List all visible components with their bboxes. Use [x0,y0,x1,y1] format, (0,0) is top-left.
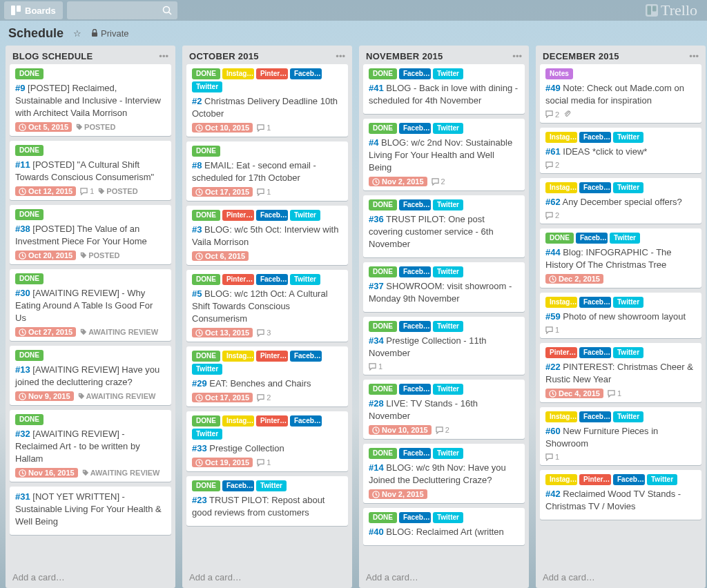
list-title[interactable]: NOVEMBER 2015 [366,51,512,61]
card-title: #11 [POSTED] "A Cultural Shift Towards C… [15,159,166,184]
label-done: DONE [192,351,220,362]
clock-icon [195,253,203,260]
list-title[interactable]: OCTOBER 2015 [189,51,336,61]
boards-button[interactable]: Boards [4,1,63,19]
tag-icon [80,252,87,259]
card[interactable]: Pinter…Faceb…Twitter#22 PINTEREST: Chris… [540,343,701,402]
card[interactable]: Instag…Pinter…Faceb…Twitter#42 Reclaimed… [540,470,701,520]
card[interactable]: DONE#8 EMAIL: Eat - second email - sched… [186,141,348,201]
add-card-button[interactable]: Add a card… [536,567,706,588]
add-card-button[interactable]: Add a card… [359,567,529,588]
card[interactable]: DONEInstag…Pinter…Faceb…Twitter#29 EAT: … [186,346,348,406]
comment-icon [80,188,88,195]
list-menu-icon[interactable]: ••• [689,51,699,61]
card[interactable]: DONEFaceb…Twitter#14 BLOG: w/c 9th Nov: … [363,444,525,503]
card-text: EMAIL: Eat - second email - scheduled fo… [192,160,316,183]
card[interactable]: DONEInstag…Pinter…Faceb…Twitter#33 Prest… [186,411,348,471]
list-title[interactable]: DECEMBER 2015 [543,51,689,61]
card[interactable]: #31 [NOT YET WRITTEN] - Sustainable Livi… [10,487,171,535]
card-title: #41 BLOG - Back in love with dining - sc… [369,82,519,107]
card-number: #34 [369,335,384,346]
card-badges: Dec 4, 20151 [545,389,696,398]
label-done: DONE [15,414,43,425]
card-labels: DONEFaceb…Twitter [369,123,519,134]
card[interactable]: DONEFaceb…Twitter#28 LIVE: TV Stands - 1… [363,380,525,439]
board-title[interactable]: Schedule [8,26,64,41]
card-badges: Oct 10, 20151 [192,123,342,133]
card[interactable]: DONEFaceb…Twitter#23 TRUST PILOT: Repost… [186,476,348,526]
card-number: #38 [15,224,30,234]
list-menu-icon[interactable]: ••• [336,51,345,61]
label-instag: Instag… [222,351,254,362]
card-text: Blog: INFOGRAPHIC - The History Of The C… [545,247,672,270]
card[interactable]: Instag…Faceb…Twitter#59 Photo of new sho… [540,293,701,338]
privacy-toggle[interactable]: Private [91,28,128,39]
search-input[interactable] [67,1,177,19]
comment-icon [545,161,553,169]
card[interactable]: DONE#38 [POSTED] The Value of an Investm… [10,205,171,264]
card-text: Any December special offers? [563,197,682,207]
card[interactable]: DONE#32 [AWAITING REVIEW] - Reclaimed Ar… [10,410,171,482]
due-badge: Oct 5, 2015 [15,122,72,132]
add-card-button[interactable]: Add a card… [6,567,175,588]
card[interactable]: DONEPinter…Faceb…Twitter#5 BLOG: w/c 12t… [186,270,348,342]
card[interactable]: DONEFaceb…Twitter#40 BLOG: Reclaimed Art… [363,508,525,545]
card-title: #49 Note: Check out Made.com on social m… [545,82,696,107]
card[interactable]: DONEInstag…Pinter…Faceb…Twitter#2 Christ… [186,64,348,137]
card-labels: DONE [15,145,166,156]
card[interactable]: Instag…Faceb…Twitter#61 IDEAS *click to … [540,128,701,173]
card-labels: Instag…Faceb…Twitter [545,297,696,308]
card-text: BLOG: w/c 9th Nov: Have you Joined the D… [369,462,506,485]
card-title: #23 TRUST PILOT: Repost about good revie… [192,494,342,519]
card[interactable]: DONEFaceb…Twitter#41 BLOG - Back in love… [363,64,525,114]
card-title: #2 Christmas Delivery Deadline 10th Octo… [192,95,342,120]
label-done: DONE [369,512,397,523]
comment-icon [545,453,553,461]
card[interactable]: DONE#30 [AWAITING REVIEW] - Why Eating A… [10,269,171,341]
card[interactable]: DONE#11 [POSTED] "A Cultural Shift Towar… [10,141,171,200]
tag-badge: POSTED [76,123,115,131]
card[interactable]: Instag…Faceb…Twitter#60 New Furniture Pi… [540,407,701,465]
card-labels: DONE [15,350,166,361]
card-text: [AWAITING REVIEW] - Why Eating Around A … [15,288,153,323]
trello-logo[interactable]: Trello [646,1,703,19]
card-number: #9 [15,83,25,93]
card-number: #31 [15,491,30,502]
label-twitter: Twitter [433,384,463,395]
tag-badge: AWAITING REVIEW [78,392,156,400]
card-number: #49 [545,83,561,93]
list-menu-icon[interactable]: ••• [159,51,168,61]
tag-badge: AWAITING REVIEW [80,328,158,336]
card[interactable]: DONEPinter…Faceb…Twitter#3 BLOG: w/c 5th… [186,206,348,265]
card-text: IDEAS *click to view* [563,146,647,157]
card[interactable]: DONEFaceb…Twitter#44 Blog: INFOGRAPHIC -… [540,228,701,288]
card-labels: Instag…Pinter…Faceb…Twitter [545,474,696,485]
label-twitter: Twitter [290,274,320,285]
card[interactable]: DONEFaceb…Twitter#34 Prestige Collection… [363,317,525,375]
label-faceb: Faceb… [399,512,431,523]
card[interactable]: DONEFaceb…Twitter#4 BLOG: w/c 2nd Nov: S… [363,119,525,190]
card-labels: DONEInstag…Pinter…Faceb…Twitter [192,68,342,92]
label-faceb: Faceb… [613,474,645,485]
label-done: DONE [15,350,43,361]
card-labels: DONEInstag…Pinter…Faceb…Twitter [192,415,342,440]
star-icon[interactable]: ☆ [73,28,81,39]
label-twitter: Twitter [433,321,463,332]
card-text: [NOT YET WRITTEN] - Sustainable Living F… [15,491,162,527]
card[interactable]: DONE#9 [POSTED] Reclaimed, Sustainable a… [10,64,171,136]
due-badge: Nov 2, 2015 [369,177,427,186]
due-badge: Nov 2, 2015 [369,489,427,499]
list-menu-icon[interactable]: ••• [512,51,522,61]
label-instag: Instag… [545,474,577,485]
add-card-button[interactable]: Add a card… [182,567,352,588]
list-title[interactable]: BLOG SCHEDULE [12,51,159,61]
card[interactable]: Instag…Faceb…Twitter#62 Any December spe… [540,178,701,224]
card-number: #41 [369,83,384,93]
clock-icon [195,394,203,402]
card[interactable]: Notes#49 Note: Check out Made.com on soc… [540,64,701,123]
card[interactable]: DONEFaceb…Twitter#37 SHOWROOM: visit sho… [363,262,525,312]
clock-icon [19,124,26,131]
card[interactable]: DONE#13 [AWAITING REVIEW] Have you joine… [10,346,171,405]
card-title: #13 [AWAITING REVIEW] Have you joined th… [15,364,166,389]
card[interactable]: DONEFaceb…Twitter#36 TRUST PILOT: One po… [363,195,525,257]
